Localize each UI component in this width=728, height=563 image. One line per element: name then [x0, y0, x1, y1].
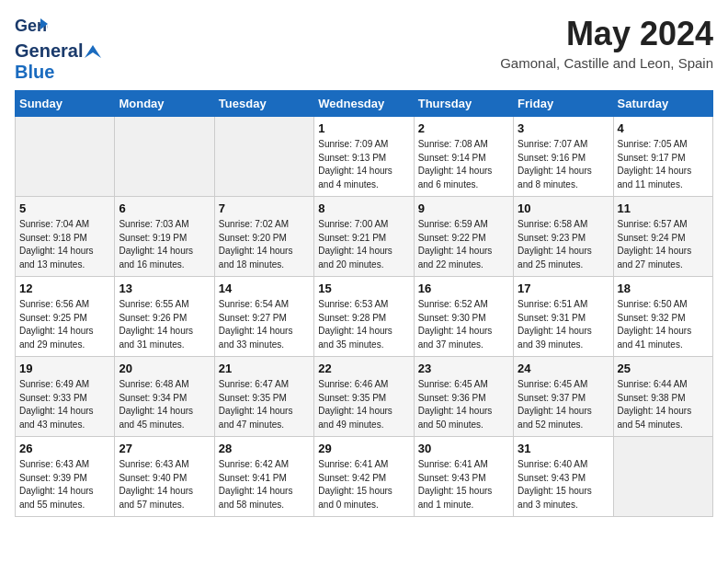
day-cell: 21Sunrise: 6:47 AM Sunset: 9:35 PM Dayli… — [214, 357, 313, 437]
header: General General Blue May 2024 Gamonal, C… — [15, 15, 713, 83]
day-info: Sunrise: 6:43 AM Sunset: 9:40 PM Dayligh… — [119, 458, 210, 511]
day-cell — [214, 117, 313, 197]
weekday-saturday: Saturday — [613, 91, 712, 117]
day-number: 10 — [518, 201, 609, 215]
day-number: 18 — [618, 282, 709, 295]
day-cell: 12Sunrise: 6:56 AM Sunset: 9:25 PM Dayli… — [16, 277, 115, 357]
day-info: Sunrise: 6:45 AM Sunset: 9:36 PM Dayligh… — [418, 378, 509, 431]
day-number: 31 — [518, 442, 609, 455]
day-cell: 1Sunrise: 7:09 AM Sunset: 9:13 PM Daylig… — [314, 117, 414, 197]
day-number: 29 — [318, 442, 409, 455]
calendar-body: 1Sunrise: 7:09 AM Sunset: 9:13 PM Daylig… — [16, 117, 713, 517]
day-cell: 11Sunrise: 6:57 AM Sunset: 9:24 PM Dayli… — [613, 197, 712, 277]
day-cell: 10Sunrise: 6:58 AM Sunset: 9:23 PM Dayli… — [514, 197, 613, 277]
day-number: 12 — [19, 282, 110, 295]
day-info: Sunrise: 6:59 AM Sunset: 9:22 PM Dayligh… — [418, 218, 509, 271]
day-cell: 29Sunrise: 6:41 AM Sunset: 9:42 PM Dayli… — [314, 437, 414, 517]
main-title: May 2024 — [500, 15, 713, 53]
day-info: Sunrise: 6:54 AM Sunset: 9:27 PM Dayligh… — [219, 298, 310, 351]
day-number: 24 — [518, 362, 609, 375]
calendar-table: SundayMondayTuesdayWednesdayThursdayFrid… — [15, 90, 713, 517]
day-number: 27 — [119, 442, 210, 455]
day-number: 16 — [418, 282, 509, 295]
day-cell: 2Sunrise: 7:08 AM Sunset: 9:14 PM Daylig… — [414, 117, 513, 197]
day-info: Sunrise: 6:57 AM Sunset: 9:24 PM Dayligh… — [618, 218, 709, 271]
day-info: Sunrise: 6:41 AM Sunset: 9:43 PM Dayligh… — [418, 458, 509, 511]
day-number: 21 — [219, 362, 310, 375]
day-number: 17 — [518, 282, 609, 295]
weekday-tuesday: Tuesday — [214, 91, 313, 117]
day-number: 11 — [618, 201, 709, 215]
day-cell: 7Sunrise: 7:02 AM Sunset: 9:20 PM Daylig… — [214, 197, 313, 277]
day-cell: 31Sunrise: 6:40 AM Sunset: 9:43 PM Dayli… — [514, 437, 613, 517]
day-cell: 27Sunrise: 6:43 AM Sunset: 9:40 PM Dayli… — [115, 437, 214, 517]
day-info: Sunrise: 6:50 AM Sunset: 9:32 PM Dayligh… — [618, 298, 709, 351]
logo-blue: Blue — [15, 62, 54, 82]
day-info: Sunrise: 6:45 AM Sunset: 9:37 PM Dayligh… — [518, 378, 609, 431]
day-info: Sunrise: 6:53 AM Sunset: 9:28 PM Dayligh… — [318, 298, 409, 351]
day-cell: 20Sunrise: 6:48 AM Sunset: 9:34 PM Dayli… — [115, 357, 214, 437]
day-cell: 8Sunrise: 7:00 AM Sunset: 9:21 PM Daylig… — [314, 197, 414, 277]
day-cell: 3Sunrise: 7:07 AM Sunset: 9:16 PM Daylig… — [514, 117, 613, 197]
day-number: 23 — [418, 362, 509, 375]
day-number: 3 — [518, 121, 609, 135]
day-cell: 14Sunrise: 6:54 AM Sunset: 9:27 PM Dayli… — [214, 277, 313, 357]
subtitle: Gamonal, Castille and Leon, Spain — [500, 55, 713, 71]
day-cell: 9Sunrise: 6:59 AM Sunset: 9:22 PM Daylig… — [414, 197, 513, 277]
day-number: 19 — [19, 362, 110, 375]
day-cell — [16, 117, 115, 197]
day-number: 4 — [618, 121, 709, 135]
day-info: Sunrise: 7:05 AM Sunset: 9:17 PM Dayligh… — [618, 138, 709, 191]
day-cell: 16Sunrise: 6:52 AM Sunset: 9:30 PM Dayli… — [414, 277, 513, 357]
weekday-monday: Monday — [115, 91, 214, 117]
day-info: Sunrise: 6:51 AM Sunset: 9:31 PM Dayligh… — [518, 298, 609, 351]
day-info: Sunrise: 7:09 AM Sunset: 9:13 PM Dayligh… — [318, 138, 409, 191]
day-cell: 5Sunrise: 7:04 AM Sunset: 9:18 PM Daylig… — [16, 197, 115, 277]
day-info: Sunrise: 6:40 AM Sunset: 9:43 PM Dayligh… — [518, 458, 609, 511]
day-number: 2 — [418, 121, 509, 135]
day-number: 8 — [318, 201, 409, 215]
day-cell — [613, 437, 712, 517]
day-cell: 13Sunrise: 6:55 AM Sunset: 9:26 PM Dayli… — [115, 277, 214, 357]
day-cell — [115, 117, 214, 197]
day-number: 7 — [219, 201, 310, 215]
week-row-5: 26Sunrise: 6:43 AM Sunset: 9:39 PM Dayli… — [16, 437, 713, 517]
day-info: Sunrise: 6:49 AM Sunset: 9:33 PM Dayligh… — [19, 378, 110, 431]
day-info: Sunrise: 6:56 AM Sunset: 9:25 PM Dayligh… — [19, 298, 110, 351]
day-info: Sunrise: 6:55 AM Sunset: 9:26 PM Dayligh… — [119, 298, 210, 351]
weekday-thursday: Thursday — [414, 91, 513, 117]
day-info: Sunrise: 6:43 AM Sunset: 9:39 PM Dayligh… — [19, 458, 110, 511]
svg-marker-2 — [85, 45, 101, 58]
weekday-friday: Friday — [514, 91, 613, 117]
day-cell: 28Sunrise: 6:42 AM Sunset: 9:41 PM Dayli… — [214, 437, 313, 517]
day-cell: 19Sunrise: 6:49 AM Sunset: 9:33 PM Dayli… — [16, 357, 115, 437]
weekday-header-row: SundayMondayTuesdayWednesdayThursdayFrid… — [16, 91, 713, 117]
day-cell: 30Sunrise: 6:41 AM Sunset: 9:43 PM Dayli… — [414, 437, 513, 517]
day-cell: 17Sunrise: 6:51 AM Sunset: 9:31 PM Dayli… — [514, 277, 613, 357]
logo-bird-icon — [85, 45, 101, 58]
day-number: 9 — [418, 201, 509, 215]
week-row-2: 5Sunrise: 7:04 AM Sunset: 9:18 PM Daylig… — [16, 197, 713, 277]
day-number: 15 — [318, 282, 409, 295]
day-cell: 15Sunrise: 6:53 AM Sunset: 9:28 PM Dayli… — [314, 277, 414, 357]
day-number: 20 — [119, 362, 210, 375]
day-info: Sunrise: 7:02 AM Sunset: 9:20 PM Dayligh… — [219, 218, 310, 271]
week-row-4: 19Sunrise: 6:49 AM Sunset: 9:33 PM Dayli… — [16, 357, 713, 437]
day-number: 13 — [119, 282, 210, 295]
day-info: Sunrise: 6:52 AM Sunset: 9:30 PM Dayligh… — [418, 298, 509, 351]
day-cell: 6Sunrise: 7:03 AM Sunset: 9:19 PM Daylig… — [115, 197, 214, 277]
week-row-1: 1Sunrise: 7:09 AM Sunset: 9:13 PM Daylig… — [16, 117, 713, 197]
day-cell: 22Sunrise: 6:46 AM Sunset: 9:35 PM Dayli… — [314, 357, 414, 437]
logo-general: General — [15, 40, 83, 62]
day-cell: 18Sunrise: 6:50 AM Sunset: 9:32 PM Dayli… — [613, 277, 712, 357]
weekday-sunday: Sunday — [16, 91, 115, 117]
day-cell: 26Sunrise: 6:43 AM Sunset: 9:39 PM Dayli… — [16, 437, 115, 517]
day-number: 5 — [19, 201, 110, 215]
day-info: Sunrise: 6:42 AM Sunset: 9:41 PM Dayligh… — [219, 458, 310, 511]
day-info: Sunrise: 6:41 AM Sunset: 9:42 PM Dayligh… — [318, 458, 409, 511]
day-number: 1 — [318, 121, 409, 135]
week-row-3: 12Sunrise: 6:56 AM Sunset: 9:25 PM Dayli… — [16, 277, 713, 357]
day-info: Sunrise: 7:04 AM Sunset: 9:18 PM Dayligh… — [19, 218, 110, 271]
day-number: 25 — [618, 362, 709, 375]
day-info: Sunrise: 6:48 AM Sunset: 9:34 PM Dayligh… — [119, 378, 210, 431]
